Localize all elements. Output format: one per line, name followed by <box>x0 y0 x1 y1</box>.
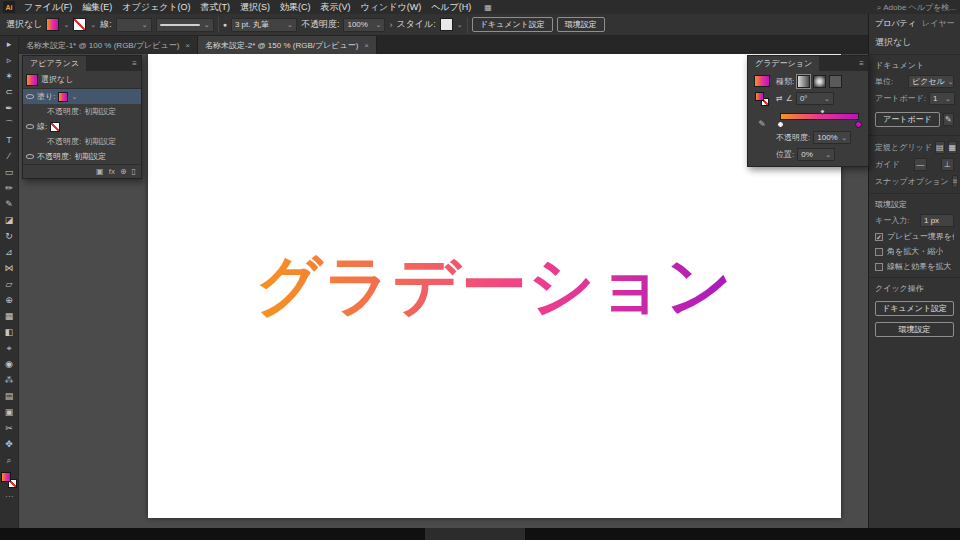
appearance-stroke-row[interactable]: 線: <box>23 119 141 134</box>
menu-item[interactable]: 選択(S) <box>235 1 275 14</box>
tool-button[interactable]: ↻ <box>0 228 19 244</box>
checkbox[interactable] <box>875 248 883 256</box>
quick-document-setup-button[interactable]: ドキュメント設定 <box>875 301 954 316</box>
style-caret-icon[interactable]: ⌄ <box>457 21 463 28</box>
panel-menu-icon[interactable]: ≡ <box>859 59 864 68</box>
help-search[interactable]: ⌕Adobe ヘルプを検... <box>877 2 956 13</box>
appearance-fill-row[interactable]: 塗り: ⌄ <box>23 89 141 104</box>
visibility-eye-icon[interactable] <box>26 124 34 129</box>
quick-preferences-button[interactable]: 環境設定 <box>875 322 954 337</box>
close-icon[interactable]: × <box>185 41 190 50</box>
stroke-width-dropdown[interactable]: ⌄ <box>116 18 152 32</box>
unit-dropdown[interactable]: ピクセル⌄ <box>908 75 954 88</box>
fill-stroke-mini-widget[interactable] <box>755 92 769 106</box>
artboard-dropdown[interactable]: 1⌄ <box>929 92 955 105</box>
fill-stroke-widget[interactable] <box>1 472 17 488</box>
checkbox-row[interactable]: ✓ プレビュー境界を使用 <box>875 231 954 242</box>
opacity-value-link[interactable]: 初期設定 <box>74 151 106 162</box>
checkbox-row[interactable]: 角を拡大・縮小 <box>875 246 954 257</box>
trash-icon[interactable]: ▯ <box>132 167 136 176</box>
lock-guides-icon[interactable]: ⊥ <box>941 158 954 171</box>
tool-button[interactable]: ✶ <box>0 68 19 84</box>
brush-dropdown[interactable]: 3 pt. 丸筆⌄ <box>231 18 297 32</box>
more-tools-icon[interactable]: ⋯ <box>5 492 13 501</box>
artboard[interactable]: グラデーション <box>148 54 841 518</box>
grid-icon[interactable]: ▦ <box>948 141 958 154</box>
new-item-icon[interactable]: ⊕ <box>120 167 127 176</box>
object-opacity-row[interactable]: 不透明度: 初期設定 <box>23 149 141 164</box>
checkbox[interactable] <box>875 263 883 271</box>
tool-button[interactable]: ✒ <box>0 100 19 116</box>
opacity-value-link[interactable]: 初期設定 <box>84 136 116 147</box>
freeform-gradient-type-button[interactable] <box>829 75 842 88</box>
menu-item[interactable]: 効果(C) <box>275 1 316 14</box>
gradient-slider-bar[interactable] <box>780 113 859 120</box>
edit-icon[interactable]: ✎ <box>943 113 954 126</box>
add-effect-fx-icon[interactable]: fx <box>109 167 115 176</box>
gradient-panel-tab[interactable]: グラデーション <box>748 56 819 71</box>
visibility-eye-icon[interactable] <box>26 154 34 159</box>
checkbox-row[interactable]: 線幅と効果を拡大・縮小 <box>875 261 954 272</box>
document-tab[interactable]: 名称未設定-1* @ 100 % (RGB/プレビュー) × <box>19 36 198 54</box>
fill-color-swatch[interactable] <box>46 18 59 31</box>
fill-mini-swatch[interactable] <box>755 92 764 101</box>
width-profile-dropdown[interactable]: ⌄ <box>156 18 214 32</box>
workspace-switcher-icon[interactable]: ▦ <box>484 3 492 12</box>
tool-button[interactable]: ⌕ <box>0 452 19 468</box>
tool-button[interactable]: ✂ <box>0 420 19 436</box>
tool-button[interactable]: ✎ <box>0 196 19 212</box>
thumbnail-icon[interactable]: ▣ <box>96 167 104 176</box>
gradient-position-dropdown[interactable]: 0%⌄ <box>797 148 835 161</box>
tool-button[interactable]: ▸ <box>0 36 19 52</box>
gradient-preview-swatch[interactable] <box>754 75 770 87</box>
gradient-end-stop[interactable] <box>855 121 862 128</box>
fill-caret-icon[interactable]: ⌄ <box>63 21 69 28</box>
tool-button[interactable]: ⊕ <box>0 292 19 308</box>
checkbox[interactable]: ✓ <box>875 233 883 241</box>
close-icon[interactable]: × <box>364 41 369 50</box>
document-tab[interactable]: 名称未設定-2* @ 150 % (RGB/プレビュー) × <box>198 36 377 54</box>
visibility-eye-icon[interactable] <box>26 94 34 99</box>
opacity-dropdown[interactable]: 100%⌄ <box>343 18 385 32</box>
tool-button[interactable]: ▣ <box>0 404 19 420</box>
eyedropper-icon[interactable]: ✎ <box>758 119 766 129</box>
show-guides-icon[interactable]: — <box>914 158 927 171</box>
tool-button[interactable]: ▤ <box>0 388 19 404</box>
stroke-caret-icon[interactable]: ⌄ <box>90 21 96 28</box>
tool-button[interactable]: ▭ <box>0 164 19 180</box>
gradient-start-stop[interactable] <box>777 121 784 128</box>
tool-button[interactable]: ✏ <box>0 180 19 196</box>
canvas[interactable]: グラデーション <box>19 54 868 528</box>
preferences-button[interactable]: 環境設定 <box>557 17 605 32</box>
tool-button[interactable]: ◪ <box>0 212 19 228</box>
key-input-field[interactable]: 1 px <box>920 214 954 227</box>
tool-button[interactable]: ▹ <box>0 52 19 68</box>
tool-button[interactable]: ◉ <box>0 356 19 372</box>
angle-dropdown[interactable]: 0°⌄ <box>796 92 834 105</box>
edit-artboards-button[interactable]: アートボード <box>875 112 940 127</box>
gradient-slider[interactable] <box>776 111 863 127</box>
gradient-opacity-dropdown[interactable]: 100%⌄ <box>813 131 851 144</box>
tool-button[interactable]: ⊿ <box>0 244 19 260</box>
style-swatch[interactable] <box>440 18 453 31</box>
fill-row-swatch[interactable] <box>58 92 68 102</box>
fill-indicator-swatch[interactable] <box>1 472 11 482</box>
menu-item[interactable]: オブジェクト(O) <box>117 1 195 14</box>
menu-item[interactable]: ウィンドウ(W) <box>356 1 427 14</box>
tool-button[interactable]: ⌒ <box>0 116 19 132</box>
tool-button[interactable]: ✥ <box>0 436 19 452</box>
ruler-icon[interactable]: ▤ <box>935 141 945 154</box>
tool-button[interactable]: T <box>0 132 19 148</box>
tool-button[interactable]: ◧ <box>0 324 19 340</box>
stroke-opacity-row[interactable]: 不透明度: 初期設定 <box>23 134 141 149</box>
tab-layers[interactable]: レイヤー <box>922 18 954 29</box>
menu-item[interactable]: ファイル(F) <box>19 1 77 14</box>
reverse-gradient-icon[interactable]: ⇄ <box>776 94 783 103</box>
menu-item[interactable]: 表示(V) <box>316 1 356 14</box>
stroke-row-swatch[interactable] <box>50 122 60 132</box>
tool-button[interactable]: ⌖ <box>0 340 19 356</box>
fill-opacity-row[interactable]: 不透明度: 初期設定 <box>23 104 141 119</box>
caret-down-icon[interactable]: ⌄ <box>71 93 77 100</box>
canvas-text[interactable]: グラデーション <box>255 241 733 331</box>
menu-item[interactable]: 編集(E) <box>77 1 117 14</box>
